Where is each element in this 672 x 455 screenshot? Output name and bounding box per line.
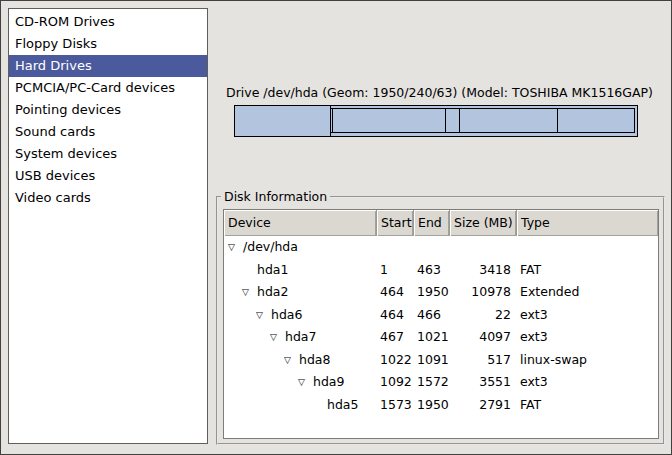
- device-cell: ▽hda9: [224, 371, 377, 394]
- column-header-device[interactable]: Device: [224, 210, 377, 236]
- sidebar-item-pcmcia-pc-card-devices[interactable]: PCMCIA/PC-Card devices: [9, 77, 207, 99]
- device-cell: ▽hda6: [224, 304, 377, 327]
- hardware-browser-window: CD-ROM Drives Floppy Disks Hard Drives P…: [0, 0, 672, 455]
- end-cell: 1572: [414, 371, 450, 394]
- end-cell: 1021: [414, 326, 450, 349]
- logical-partition-boundary-hda9: [557, 109, 558, 132]
- sidebar-item-system-devices[interactable]: System devices: [9, 143, 207, 165]
- type-cell: [517, 236, 658, 259]
- device-label: hda6: [271, 307, 302, 322]
- start-cell: 464: [377, 304, 414, 327]
- disk-information-legend: Disk Information: [221, 189, 330, 204]
- size-cell: 22: [450, 304, 517, 327]
- table-row-hda5[interactable]: hda5 1573 1950 2791 FAT: [224, 394, 658, 417]
- partition-table-body: ▽/dev/hda hda1 1 463 3418 FAT ▽hda2 464 …: [224, 236, 658, 416]
- device-cell: hda5: [224, 394, 377, 417]
- end-cell: 466: [414, 304, 450, 327]
- extended-partition-hda2: [330, 108, 635, 133]
- device-cell: ▽hda8: [224, 349, 377, 372]
- end-cell: 1091: [414, 349, 450, 372]
- device-label: hda7: [285, 329, 316, 344]
- device-label: hda9: [313, 374, 344, 389]
- type-cell: Extended: [517, 281, 658, 304]
- device-cell: hda1: [224, 259, 377, 282]
- drive-geometry-title: Drive /dev/hda (Geom: 1950/240/63) (Mode…: [226, 85, 646, 100]
- device-label: hda8: [299, 352, 330, 367]
- logical-partition-boundary-hda8: [459, 109, 460, 132]
- device-label: /dev/hda: [243, 239, 298, 254]
- sidebar-item-floppy-disks[interactable]: Floppy Disks: [9, 33, 207, 55]
- start-cell: 467: [377, 326, 414, 349]
- device-cell: ▽hda2: [224, 281, 377, 304]
- device-cell: ▽/dev/hda: [224, 236, 377, 259]
- type-cell: ext3: [517, 326, 658, 349]
- sidebar-item-label: Hard Drives: [15, 58, 92, 73]
- type-cell: FAT: [517, 259, 658, 282]
- column-header-start[interactable]: Start: [377, 210, 414, 236]
- sidebar-item-label: PCMCIA/PC-Card devices: [15, 80, 175, 95]
- device-cell: ▽hda7: [224, 326, 377, 349]
- device-category-list[interactable]: CD-ROM Drives Floppy Disks Hard Drives P…: [8, 8, 208, 444]
- size-cell: 3418: [450, 259, 517, 282]
- device-label: hda2: [257, 284, 288, 299]
- start-cell: 464: [377, 281, 414, 304]
- device-label: hda1: [257, 262, 288, 277]
- end-cell: 463: [414, 259, 450, 282]
- expander-icon[interactable]: ▽: [256, 304, 271, 327]
- table-row-dev-hda[interactable]: ▽/dev/hda: [224, 236, 658, 259]
- logical-partition-boundary-hda6: [332, 109, 333, 132]
- sidebar-item-label: Pointing devices: [15, 102, 121, 117]
- start-cell: 1573: [377, 394, 414, 417]
- table-row-hda9[interactable]: ▽hda9 1092 1572 3551 ext3: [224, 371, 658, 394]
- partition-table-header: Device Start End Size (MB) Type: [224, 210, 658, 236]
- partition-table: Device Start End Size (MB) Type ▽/dev/hd…: [223, 209, 659, 439]
- sidebar-item-label: CD-ROM Drives: [15, 14, 115, 29]
- expander-icon[interactable]: ▽: [242, 281, 257, 304]
- size-cell: 10978: [450, 281, 517, 304]
- sidebar-item-cd-rom-drives[interactable]: CD-ROM Drives: [9, 11, 207, 33]
- expander-icon[interactable]: ▽: [284, 349, 299, 372]
- end-cell: 1950: [414, 281, 450, 304]
- table-row-hda6[interactable]: ▽hda6 464 466 22 ext3: [224, 304, 658, 327]
- sidebar-item-pointing-devices[interactable]: Pointing devices: [9, 99, 207, 121]
- start-cell: 1022: [377, 349, 414, 372]
- size-cell: 4097: [450, 326, 517, 349]
- size-cell: 2791: [450, 394, 517, 417]
- size-cell: 3551: [450, 371, 517, 394]
- table-row-hda1[interactable]: hda1 1 463 3418 FAT: [224, 259, 658, 282]
- start-cell: [377, 236, 414, 259]
- type-cell: FAT: [517, 394, 658, 417]
- start-cell: 1: [377, 259, 414, 282]
- sidebar-item-sound-cards[interactable]: Sound cards: [9, 121, 207, 143]
- sidebar-item-label: Video cards: [15, 190, 91, 205]
- size-cell: [450, 236, 517, 259]
- partition-bar: [234, 105, 638, 137]
- table-row-hda8[interactable]: ▽hda8 1022 1091 517 linux-swap: [224, 349, 658, 372]
- end-cell: 1950: [414, 394, 450, 417]
- end-cell: [414, 236, 450, 259]
- sidebar-item-video-cards[interactable]: Video cards: [9, 187, 207, 209]
- table-row-hda2[interactable]: ▽hda2 464 1950 10978 Extended: [224, 281, 658, 304]
- device-label: hda5: [327, 397, 358, 412]
- expander-icon[interactable]: ▽: [270, 326, 285, 349]
- table-row-hda7[interactable]: ▽hda7 467 1021 4097 ext3: [224, 326, 658, 349]
- size-cell: 517: [450, 349, 517, 372]
- column-header-type[interactable]: Type: [517, 210, 658, 236]
- sidebar-item-usb-devices[interactable]: USB devices: [9, 165, 207, 187]
- logical-partition-boundary-hda7: [445, 109, 446, 132]
- column-header-end[interactable]: End: [414, 210, 450, 236]
- type-cell: linux-swap: [517, 349, 658, 372]
- type-cell: ext3: [517, 304, 658, 327]
- expander-icon[interactable]: ▽: [228, 236, 243, 259]
- start-cell: 1092: [377, 371, 414, 394]
- sidebar-item-label: System devices: [15, 146, 117, 161]
- sidebar-item-hard-drives[interactable]: Hard Drives: [9, 55, 207, 77]
- sidebar-item-label: Sound cards: [15, 124, 95, 139]
- sidebar-item-label: Floppy Disks: [15, 36, 97, 51]
- expander-icon[interactable]: ▽: [298, 371, 313, 394]
- sidebar-item-label: USB devices: [15, 168, 95, 183]
- column-header-size-mb[interactable]: Size (MB): [450, 210, 517, 236]
- type-cell: ext3: [517, 371, 658, 394]
